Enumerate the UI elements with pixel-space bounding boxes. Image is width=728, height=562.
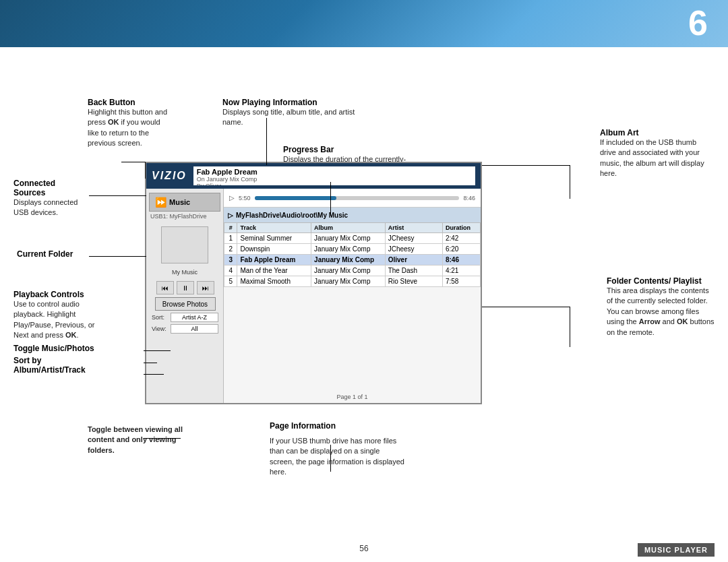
annotation-connected-sources: Connected Sources Displays connected USB… bbox=[13, 179, 88, 218]
annotation-folder-contents-title: Folder Contents/ Playlist bbox=[607, 276, 715, 286]
callout-line-playback bbox=[144, 350, 171, 351]
view-label: View: bbox=[152, 325, 171, 332]
col-header-album: Album bbox=[311, 223, 386, 233]
callout-line-viewtoggle bbox=[144, 438, 181, 439]
vizio-logo: VIZIO bbox=[152, 170, 187, 182]
annotation-page-info-title: Page Information bbox=[270, 421, 404, 431]
table-cell: 8:46 bbox=[442, 255, 480, 266]
table-cell: 7:58 bbox=[442, 276, 480, 287]
play-pause-button[interactable]: ⏸ bbox=[177, 281, 194, 294]
callout-line-nowplaying bbox=[266, 118, 267, 165]
bottom-bar: 56 bbox=[0, 535, 728, 562]
time-elapsed: 5:50 bbox=[239, 195, 251, 201]
usb-device-label: USB1: MyFlashDrive bbox=[146, 212, 223, 221]
now-playing-by: By Oliver bbox=[197, 183, 472, 185]
col-header-track: Track bbox=[237, 223, 311, 233]
table-cell: Seminal Summer bbox=[237, 233, 311, 244]
music-tab-label: Music bbox=[169, 198, 190, 206]
table-header-row: # Track Album Artist Duration bbox=[224, 223, 481, 233]
callout-line-connected bbox=[89, 195, 146, 196]
progress-track bbox=[255, 196, 460, 200]
annotation-now-playing: Now Playing Information Displays song ti… bbox=[222, 98, 371, 128]
table-cell: January Mix Comp bbox=[311, 276, 386, 287]
table-row[interactable]: 2DownspinJanuary Mix CompJCheesy6:20 bbox=[224, 244, 481, 255]
next-button[interactable]: ⏭ bbox=[197, 281, 214, 294]
annotation-album-art-body: If included on the USB thumb drive and a… bbox=[600, 137, 708, 179]
annotation-now-playing-body: Displays song title, album title, and ar… bbox=[222, 107, 371, 128]
annotation-album-art-title: Album Art bbox=[600, 128, 708, 137]
annotation-progress-bar-title: Progress Bar bbox=[283, 145, 418, 154]
annotation-back-button-body: Highlight this button and press OK if yo… bbox=[88, 107, 169, 149]
sort-label: Sort: bbox=[152, 314, 171, 321]
breadcrumb-bar: ▷ MyFlashDrive\Audio\root\My Music bbox=[224, 208, 481, 222]
annotation-folder-contents-body: This area displays the contents of the c… bbox=[607, 286, 715, 338]
sidebar: ⏩ Music USB1: MyFlashDrive My Music ⏮ ⏸ … bbox=[146, 189, 224, 403]
annotation-playback-controls-title: Playback Controls bbox=[13, 290, 101, 299]
table-cell: Maximal Smooth bbox=[237, 276, 311, 287]
annotation-sort-label: Sort by Album/Artist/Track bbox=[13, 356, 101, 375]
view-value[interactable]: All bbox=[171, 324, 218, 334]
annotation-current-folder: Current Folder bbox=[17, 249, 91, 259]
table-cell: 2 bbox=[224, 244, 237, 255]
playback-controls: ⏮ ⏸ ⏭ Browse Photos Sort: Artist A-Z Vie… bbox=[149, 281, 221, 336]
table-row[interactable]: 4Man of the YearJanuary Mix CompThe Dash… bbox=[224, 266, 481, 276]
controls-row: ⏮ ⏸ ⏭ bbox=[149, 281, 221, 294]
sort-row: Sort: Artist A-Z bbox=[152, 313, 218, 322]
table-row[interactable]: 3Fab Apple DreamJanuary Mix CompOliver8:… bbox=[224, 255, 481, 266]
content-area: ▷ 5:50 8:46 ▷ MyFlashDrive\Audio\root\My… bbox=[224, 189, 481, 403]
table-row[interactable]: 1Seminal SummerJanuary Mix CompJCheesy2:… bbox=[224, 233, 481, 244]
view-row: View: All bbox=[152, 324, 218, 334]
annotation-connected-sources-body: Displays connected USB devices. bbox=[13, 197, 88, 218]
callout-line-browse bbox=[144, 374, 164, 375]
callout-line-folder bbox=[89, 256, 146, 257]
music-tab[interactable]: ⏩ Music bbox=[149, 193, 220, 212]
vizio-header: VIZIO Fab Apple Dream On January Mix Com… bbox=[146, 163, 481, 189]
table-cell: Downspin bbox=[237, 244, 311, 255]
table-row[interactable]: 5Maximal SmoothJanuary Mix CompRio Steve… bbox=[224, 276, 481, 287]
sort-value[interactable]: Artist A-Z bbox=[171, 313, 218, 322]
progress-area: ▷ 5:50 8:46 bbox=[224, 189, 481, 208]
progress-fill bbox=[255, 196, 337, 200]
callout-line-albumart-v bbox=[570, 165, 570, 199]
callout-line-pageinfo bbox=[330, 445, 331, 472]
table-cell: JCheesy bbox=[385, 233, 442, 244]
annotation-playback-controls-body: Use to control audio playback. Highlight… bbox=[13, 299, 101, 341]
folder-thumbnail bbox=[161, 226, 208, 263]
breadcrumb-icon: ▷ bbox=[228, 212, 233, 219]
annotation-album-art: Album Art If included on the USB thumb d… bbox=[600, 128, 708, 179]
footer-page-number: 56 bbox=[359, 544, 368, 553]
callout-line-albumart-h bbox=[482, 165, 570, 166]
table-cell: January Mix Comp bbox=[311, 233, 386, 244]
annotation-back-button-title: Back Button bbox=[88, 98, 169, 107]
folder-name-label: My Music bbox=[146, 269, 223, 276]
callout-line-toggle bbox=[144, 363, 157, 363]
page-number-large: 6 bbox=[688, 5, 708, 40]
callout-line-foldercont bbox=[482, 307, 570, 307]
annotation-playback-controls: Playback Controls Use to control audio p… bbox=[13, 290, 101, 375]
now-playing-panel: Fab Apple Dream On January Mix Comp By O… bbox=[193, 166, 475, 185]
table-cell: 3 bbox=[224, 255, 237, 266]
table-cell: January Mix Comp bbox=[311, 244, 386, 255]
annotation-toggle-label: Toggle Music/Photos bbox=[13, 344, 101, 353]
annotation-connected-sources-title: Connected Sources bbox=[13, 179, 88, 197]
table-cell: January Mix Comp bbox=[311, 255, 386, 266]
annotation-page-info-body: If your USB thumb drive has more files t… bbox=[270, 436, 404, 478]
annotation-toggle-view: Toggle between viewing all content and o… bbox=[88, 425, 189, 456]
browse-photos-button[interactable]: Browse Photos bbox=[155, 297, 216, 311]
ui-panel: VIZIO Fab Apple Dream On January Mix Com… bbox=[145, 162, 482, 404]
table-cell: 2:42 bbox=[442, 233, 480, 244]
prev-button[interactable]: ⏮ bbox=[156, 281, 174, 294]
table-cell: January Mix Comp bbox=[311, 266, 386, 276]
table-cell: 4 bbox=[224, 266, 237, 276]
main-content: Back Button Highlight this button and pr… bbox=[0, 47, 728, 535]
table-cell: 6:20 bbox=[442, 244, 480, 255]
now-playing-title: Fab Apple Dream bbox=[197, 168, 472, 176]
col-header-num: # bbox=[224, 223, 237, 233]
table-cell: Oliver bbox=[385, 255, 442, 266]
table-cell: 5 bbox=[224, 276, 237, 287]
annotation-page-info: Page Information If your USB thumb drive… bbox=[270, 421, 404, 478]
breadcrumb-text: MyFlashDrive\Audio\root\My Music bbox=[236, 212, 348, 219]
table-cell: Rio Steve bbox=[385, 276, 442, 287]
table-cell: Man of the Year bbox=[237, 266, 311, 276]
callout-line-foldercont-v bbox=[570, 307, 570, 347]
